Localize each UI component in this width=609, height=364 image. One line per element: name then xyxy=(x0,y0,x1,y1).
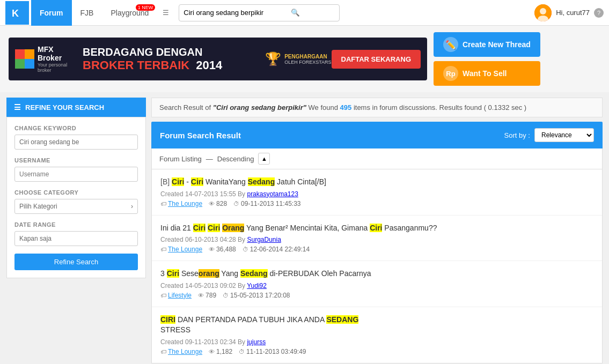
nav-playground[interactable]: Playground 1 NEW xyxy=(102,0,157,26)
daterange-select[interactable]: Kapan saja Hari ini Minggu ini Bulan ini xyxy=(14,231,138,246)
listing-order-toggle[interactable]: ▲ xyxy=(258,153,270,165)
eye-icon: 👁 xyxy=(209,246,215,252)
result-2-category-tag: 🏷 The Lounge xyxy=(160,246,202,253)
search-found: We found xyxy=(309,103,340,112)
listing-order: Descending xyxy=(217,155,254,163)
result-item: [B] Ciri - Ciri WanitaYang Sedang Jatuh … xyxy=(152,169,602,216)
result-2-h4: Ciri xyxy=(370,224,382,232)
eye-icon: 👁 xyxy=(209,348,215,355)
tag-icon: 🏷 xyxy=(160,200,166,207)
header: K Forum FJB Playground 1 NEW ☰ 🔍 Hi, cur… xyxy=(0,0,609,26)
list-icon: ☰ xyxy=(14,103,21,112)
results-title: Forum Search Result xyxy=(160,131,241,140)
svg-rect-6 xyxy=(25,49,34,59)
sort-label: Sort by : xyxy=(504,131,530,139)
result-3-category-tag: 🏷 Lifestyle xyxy=(160,292,192,299)
result-3-views-tag: 👁 789 xyxy=(198,292,216,299)
keyword-label: CHANGE KEYWORD xyxy=(14,125,138,131)
svg-text:K: K xyxy=(12,8,19,19)
want-to-sell-button[interactable]: Rp Want To Sell xyxy=(434,61,540,86)
result-3-h3: Sedang xyxy=(240,269,268,278)
tag-icon: 🏷 xyxy=(160,348,166,355)
search-input[interactable] xyxy=(184,9,291,17)
result-title-2: Ini dia 21 Ciri Ciri Orang Yang Benar² M… xyxy=(160,223,593,234)
search-box: 🔍 xyxy=(179,4,340,21)
header-right: Hi, curut77 ? xyxy=(534,4,604,21)
banner-slogan2: BROKER TERBAIK 2014 xyxy=(83,58,252,72)
result-3-tags: 🏷 Lifestyle 👁 789 ⏱ 15-05-2013 17:20:08 xyxy=(160,292,593,299)
keyword-input[interactable] xyxy=(14,135,138,150)
result-1-author[interactable]: prakasyotama123 xyxy=(247,190,298,198)
result-4-tags: 🏷 The Lounge 👁 1,182 ⏱ 11-11-2013 03:49:… xyxy=(160,348,593,355)
svg-rect-5 xyxy=(15,49,25,59)
result-4-meta: Created 09-11-2013 02:34 By jujurss xyxy=(160,338,593,346)
brand-name: MFX Broker xyxy=(38,45,72,62)
clock-icon: ⏱ xyxy=(223,292,229,299)
result-3-meta: Created 14-05-2013 09:02 By Yudi92 xyxy=(160,282,593,289)
main-content: Search Result of "Ciri orang sedang berp… xyxy=(151,98,603,363)
svg-rect-7 xyxy=(15,59,25,69)
results-list: [B] Ciri - Ciri WanitaYang Sedang Jatuh … xyxy=(151,169,603,363)
result-2-h2: Ciri xyxy=(208,224,220,232)
result-1-views-tag: 👁 828 xyxy=(209,200,227,207)
create-thread-icon: ✏️ xyxy=(443,37,458,52)
nav-fjb[interactable]: FJB xyxy=(72,0,102,26)
result-1-category[interactable]: The Lounge xyxy=(168,200,202,207)
result-4-stress: STRESS xyxy=(160,325,190,334)
result-2-meta: Created 06-10-2013 04:28 By SurgaDunia xyxy=(160,236,593,243)
result-4-category[interactable]: The Lounge xyxy=(168,348,202,355)
result-2-category[interactable]: The Lounge xyxy=(168,246,202,253)
result-1-category-tag: 🏷 The Lounge xyxy=(160,200,202,207)
svg-rect-8 xyxy=(25,59,34,69)
svg-point-3 xyxy=(540,8,546,14)
result-4-lastpost: 11-11-2013 03:49:49 xyxy=(246,348,306,355)
result-2-views: 36,488 xyxy=(216,246,236,253)
eye-icon: 👁 xyxy=(209,200,215,207)
sort-select[interactable]: Relevance Date Views xyxy=(534,128,594,142)
search-button[interactable]: 🔍 xyxy=(291,9,300,17)
search-prefix: Search Result of xyxy=(159,103,213,112)
result-3-h1: Ciri xyxy=(167,269,179,278)
sell-icon: Rp xyxy=(443,66,458,81)
result-1-h1: Ciri xyxy=(172,177,184,186)
keyword-section: CHANGE KEYWORD xyxy=(14,125,138,150)
result-1-h3: Sedang xyxy=(248,177,275,186)
result-4-h2: SEDANG xyxy=(326,315,358,324)
daterange-label: DATE RANGE xyxy=(14,221,138,228)
clock-icon: ⏱ xyxy=(243,246,248,252)
result-1-lastpost-tag: ⏱ 09-11-2013 11:45:33 xyxy=(233,200,300,207)
result-3-author[interactable]: Yudi92 xyxy=(247,282,267,289)
banner-image[interactable]: MFX Broker Your personal broker BERDAGAN… xyxy=(9,38,427,80)
clock-icon: ⏱ xyxy=(239,348,245,355)
search-time: 0.1332 sec xyxy=(488,103,523,112)
nav-forum[interactable]: Forum xyxy=(31,0,72,26)
result-3-category[interactable]: Lifestyle xyxy=(168,292,192,299)
listing-bar: Forum Listing — Descending ▲ xyxy=(151,148,603,169)
eye-icon: 👁 xyxy=(198,292,204,299)
result-item: 3 Ciri Seseorang Yang Sedang di-PERBUDAK… xyxy=(152,261,602,307)
search-info-bar: Search Result of "Ciri orang sedang berp… xyxy=(151,98,603,117)
clock-icon: ⏱ xyxy=(233,200,239,207)
result-3-lastpost: 15-05-2013 17:20:08 xyxy=(230,292,290,299)
result-4-author[interactable]: jujurss xyxy=(247,338,266,346)
left-panel: ☰ REFINE YOUR SEARCH CHANGE KEYWORD USER… xyxy=(6,98,146,363)
result-1-meta: Created 14-07-2013 15:55 By prakasyotama… xyxy=(160,190,593,198)
category-select[interactable]: Pilih Kategori › xyxy=(14,199,138,214)
award-sub: OLEH FOREXSTARS xyxy=(284,60,331,65)
refine-search-button[interactable]: Refine Search xyxy=(14,254,138,270)
result-title-3: 3 Ciri Seseorang Yang Sedang di-PERBUDAK… xyxy=(160,269,593,279)
action-buttons: ✏️ Create New Thread Rp Want To Sell xyxy=(434,32,540,86)
result-1-lastpost: 09-11-2013 11:45:33 xyxy=(241,200,300,207)
help-icon[interactable]: ? xyxy=(594,8,604,18)
site-logo[interactable]: K xyxy=(5,1,29,25)
result-2-author[interactable]: SurgaDunia xyxy=(247,236,281,243)
result-4-category-tag: 🏷 The Lounge xyxy=(160,348,202,355)
result-1-prefix: [B] xyxy=(160,177,172,186)
daterange-section: DATE RANGE Kapan saja Hari ini Minggu in… xyxy=(14,221,138,246)
menu-icon[interactable]: ☰ xyxy=(157,0,174,26)
content-area: ☰ REFINE YOUR SEARCH CHANGE KEYWORD USER… xyxy=(0,92,609,364)
banner-cta-button[interactable]: DAFTAR SEKARANG xyxy=(332,50,421,69)
create-thread-button[interactable]: ✏️ Create New Thread xyxy=(434,32,540,57)
username-input[interactable] xyxy=(14,167,138,182)
result-1-h2: Ciri xyxy=(191,177,203,186)
